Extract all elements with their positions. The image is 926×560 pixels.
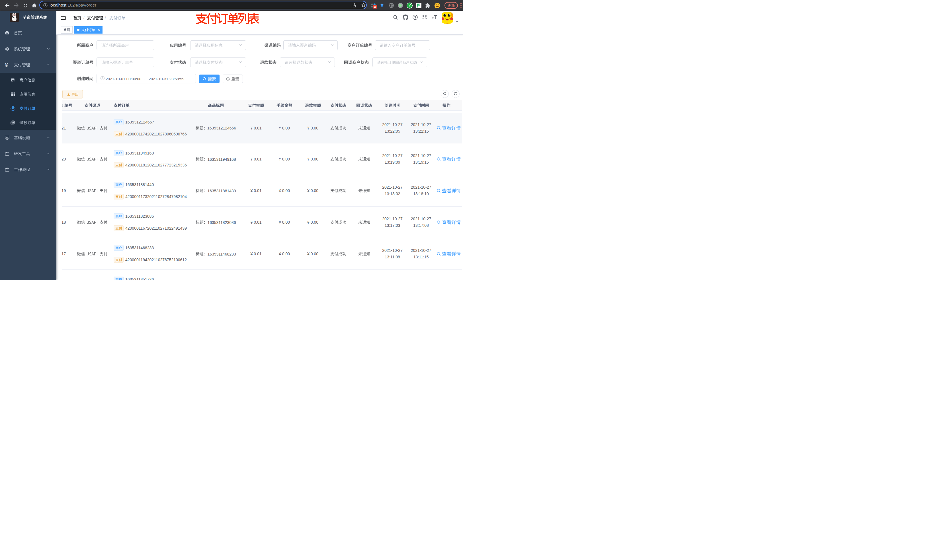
svg-text:¥: ¥ [12, 107, 14, 110]
